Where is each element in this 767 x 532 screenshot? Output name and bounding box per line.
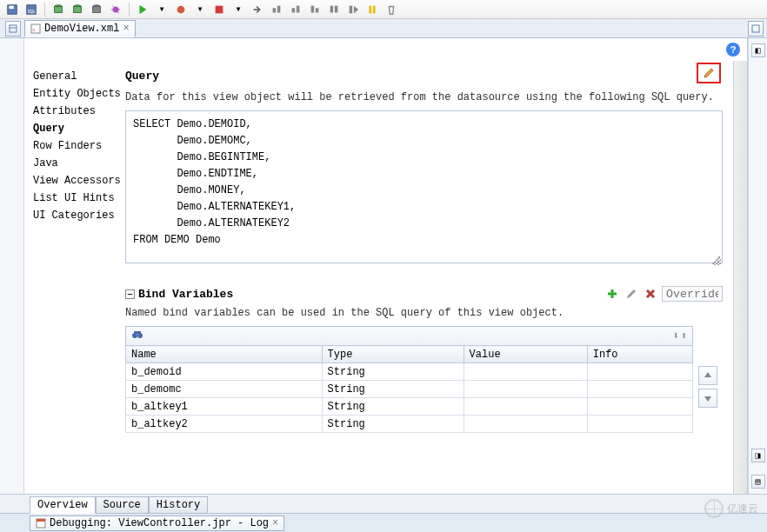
svg-rect-23 (335, 5, 338, 12)
svg-marker-41 (704, 396, 711, 402)
nav-item-query[interactable]: Query (28, 120, 117, 137)
help-icon[interactable]: ? (726, 43, 740, 57)
editor-tab-row: x DemoView.xml × (0, 19, 767, 38)
cell-info (587, 381, 692, 398)
section-nav: GeneralEntity ObjectsAttributesQueryRow … (24, 61, 120, 494)
svg-rect-9 (93, 6, 101, 12)
dropdown2-icon[interactable]: ▾ (191, 2, 209, 17)
right-panel-toggle-2-icon[interactable]: ◨ (751, 449, 765, 462)
cell-info (587, 416, 692, 433)
pause-icon[interactable] (363, 2, 381, 17)
cell-name: b_altkey2 (126, 416, 323, 433)
column-header-type[interactable]: Type (322, 346, 464, 363)
svg-rect-17 (277, 5, 281, 12)
bind-variables-table[interactable]: NameTypeValueInfo b_demoidStringb_demomc… (125, 345, 693, 433)
svg-rect-1 (10, 5, 14, 9)
log-tab-label: Debugging: ViewController.jpr - Log (50, 517, 269, 529)
step-out-icon[interactable] (306, 2, 323, 17)
run-to-cursor-icon[interactable] (325, 2, 343, 17)
svg-rect-20 (311, 5, 315, 12)
right-panel-toggle-3-icon[interactable]: ▤ (751, 475, 765, 489)
nav-item-java[interactable]: Java (28, 155, 117, 172)
bug-icon[interactable] (107, 2, 124, 17)
svg-rect-19 (297, 5, 300, 12)
right-panel-toggle-1-icon[interactable]: ◧ (751, 43, 765, 57)
step-next-icon[interactable] (249, 2, 266, 17)
column-header-value[interactable]: Value (464, 346, 587, 363)
nav-item-entity-objects[interactable]: Entity Objects (28, 85, 117, 103)
save-sql-icon[interactable]: SQL (23, 2, 40, 17)
svg-rect-7 (74, 6, 82, 12)
close-tab-icon[interactable]: × (123, 23, 129, 35)
table-row[interactable]: b_altkey1String (126, 398, 693, 416)
gc-icon[interactable] (383, 2, 400, 17)
nav-item-ui-categories[interactable]: UI Categories (28, 207, 117, 224)
bottom-tab-source[interactable]: Source (96, 496, 149, 514)
right-gutter: ◧ ◨ ▤ (748, 38, 767, 494)
table-row[interactable]: b_altkey2String (126, 416, 693, 433)
xml-file-icon: x (30, 23, 41, 34)
nav-item-list-ui-hints[interactable]: List UI Hints (28, 190, 117, 207)
bottom-tab-history[interactable]: History (149, 496, 208, 514)
db-action-2-icon[interactable] (69, 2, 86, 17)
binoculars-icon[interactable] (131, 329, 143, 343)
search-down-icon[interactable]: ⬇ (673, 329, 679, 342)
move-down-button[interactable] (698, 389, 717, 408)
svg-rect-16 (273, 8, 277, 12)
nav-item-row-finders[interactable]: Row Finders (28, 137, 117, 155)
cell-type: String (322, 398, 464, 416)
query-description: Data for this view object will be retrie… (125, 91, 723, 103)
nav-item-general[interactable]: General (28, 68, 117, 85)
svg-rect-39 (134, 331, 141, 334)
svg-point-14 (177, 5, 185, 13)
svg-marker-13 (140, 4, 147, 14)
left-gutter (0, 38, 24, 494)
svg-rect-43 (37, 519, 45, 522)
close-log-tab-icon[interactable]: × (272, 517, 278, 529)
bottom-tab-overview[interactable]: Overview (30, 496, 96, 514)
svg-rect-15 (216, 5, 223, 13)
collapse-toggle-icon[interactable]: − (125, 289, 135, 299)
move-up-button[interactable] (698, 366, 717, 385)
vertical-scrollbar[interactable] (733, 61, 747, 494)
svg-rect-21 (316, 8, 319, 12)
log-panel-tabs: Debugging: ViewController.jpr - Log × (0, 513, 767, 532)
resume-icon[interactable] (344, 2, 362, 17)
step-over-icon[interactable] (268, 2, 285, 17)
search-up-icon[interactable]: ⬆ (681, 329, 687, 342)
cell-info (587, 398, 692, 416)
resize-grip-icon[interactable] (712, 256, 721, 265)
db-action-1-icon[interactable] (50, 2, 67, 17)
delete-bind-var-button[interactable] (643, 286, 658, 302)
column-header-info[interactable]: Info (587, 346, 692, 363)
file-tab-demoview[interactable]: x DemoView.xml × (24, 20, 136, 37)
log-tab-debugging[interactable]: Debugging: ViewController.jpr - Log × (30, 515, 284, 531)
column-header-name[interactable]: Name (126, 346, 323, 363)
step-into-icon[interactable] (287, 2, 304, 17)
cell-value (464, 416, 587, 433)
tab-list-dropdown-icon[interactable] (748, 21, 764, 37)
nav-item-view-accessors[interactable]: View Accessors (28, 172, 117, 190)
edit-query-button[interactable] (697, 63, 721, 83)
save-icon[interactable] (3, 2, 21, 17)
db-action-3-icon[interactable] (88, 2, 105, 17)
table-row[interactable]: b_demoidString (126, 363, 693, 381)
svg-rect-28 (10, 25, 17, 32)
editor-bottom-tabs: OverviewSourceHistory (0, 494, 767, 513)
bind-section-title: Bind Variables (138, 288, 601, 301)
run-icon[interactable] (134, 2, 151, 17)
minimize-left-panel-icon[interactable] (5, 21, 21, 37)
debug-run-icon[interactable] (172, 2, 190, 17)
add-bind-var-button[interactable] (604, 286, 620, 302)
svg-rect-18 (292, 8, 296, 12)
table-row[interactable]: b_demomcString (126, 381, 693, 398)
nav-item-attributes[interactable]: Attributes (28, 103, 117, 120)
override-input[interactable] (662, 286, 723, 302)
dropdown-icon[interactable]: ▾ (153, 2, 170, 17)
edit-bind-var-button[interactable] (624, 286, 639, 302)
dropdown3-icon[interactable]: ▾ (230, 2, 247, 17)
stop-icon[interactable] (210, 2, 228, 17)
file-tab-label: DemoView.xml (44, 23, 119, 35)
sql-query-textarea[interactable] (125, 110, 723, 263)
cell-info (587, 363, 692, 381)
